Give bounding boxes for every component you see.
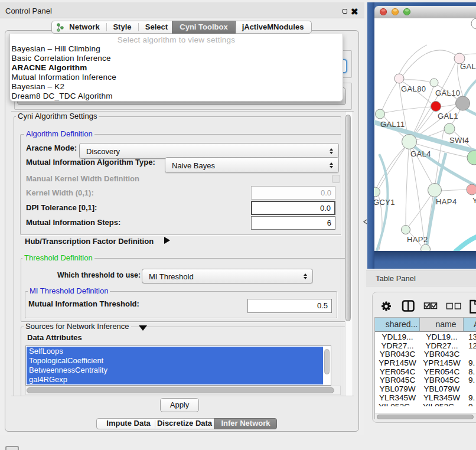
svg-text:HAP2: HAP2 xyxy=(407,235,428,244)
svg-text:GAL7: GAL7 xyxy=(460,62,476,71)
svg-text:GCY1: GCY1 xyxy=(374,198,395,207)
svg-text:Y: Y xyxy=(472,196,476,205)
svg-text:GAL80: GAL80 xyxy=(401,84,426,93)
svg-text:SWI4: SWI4 xyxy=(449,136,469,145)
svg-text:GAL10: GAL10 xyxy=(435,89,460,97)
svg-text:HAP4: HAP4 xyxy=(436,197,457,206)
svg-text:GAL4: GAL4 xyxy=(410,149,431,158)
svg-text:GAL11: GAL11 xyxy=(380,120,405,129)
svg-text:GAL1: GAL1 xyxy=(438,112,458,120)
